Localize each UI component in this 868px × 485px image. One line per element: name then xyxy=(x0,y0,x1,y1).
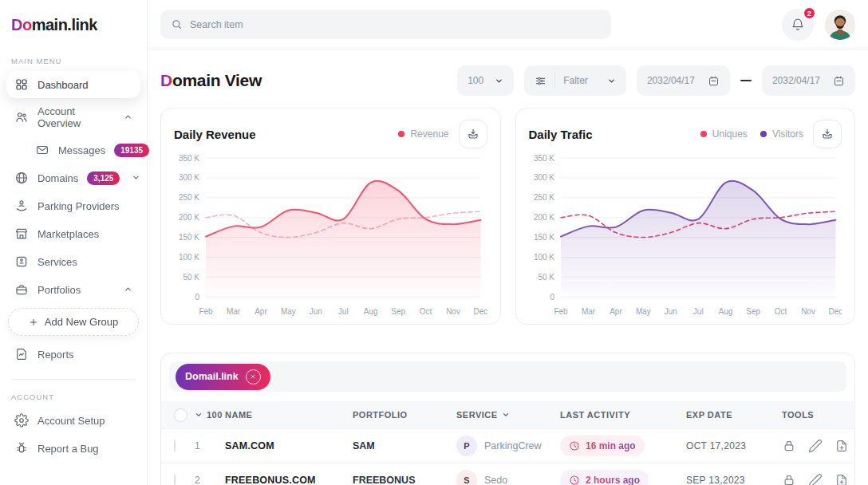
column-label: SERVICE xyxy=(456,410,498,420)
row-number: 1 xyxy=(195,440,225,451)
close-icon[interactable] xyxy=(246,369,261,384)
domain-name-cell: SAM.COM xyxy=(225,440,353,451)
add-new-group-label: Add New Group xyxy=(45,316,119,328)
date-to-value: 2032/04/17 xyxy=(772,75,820,86)
select-all-checkbox[interactable] xyxy=(174,408,187,422)
column-header-tools: TOOLS xyxy=(782,410,854,420)
page-controls: 100 Falter 2032/04/17 2032/04/17 xyxy=(457,65,855,96)
sidebar-item-portfolios[interactable]: Portfolios xyxy=(6,276,140,303)
sidebar-item-dashboard[interactable]: Dashboard xyxy=(6,71,140,98)
sidebar-item-parking-providers[interactable]: Parking Providers xyxy=(6,192,140,219)
sidebar-item-label: Reports xyxy=(37,349,74,361)
svg-text:Jun: Jun xyxy=(310,307,322,316)
sidebar-item-label: Domains xyxy=(37,172,78,184)
table-row[interactable]: 2 FREEBONUS.COM FREEBONUS S Sedo 2 hours… xyxy=(161,463,854,485)
tools-cell xyxy=(782,473,855,485)
domain-name-cell: FREEBONUS.COM xyxy=(225,475,353,485)
svg-text:50 K: 50 K xyxy=(538,273,554,282)
page-size-value: 100 xyxy=(468,75,483,86)
date-from-value: 2032/04/17 xyxy=(647,75,695,86)
sidebar-item-messages[interactable]: Messages 19135 xyxy=(27,136,140,164)
svg-text:100 K: 100 K xyxy=(179,253,199,262)
chevron-down-icon xyxy=(195,411,203,419)
svg-text:May: May xyxy=(635,307,650,316)
last-activity-cell: 16 min ago xyxy=(560,436,686,456)
parking-provider-icon xyxy=(14,199,29,213)
svg-text:350 K: 350 K xyxy=(533,154,554,163)
svg-text:Feb: Feb xyxy=(554,307,568,316)
user-avatar[interactable] xyxy=(825,10,855,40)
file-add-icon[interactable] xyxy=(834,473,849,485)
search-bar[interactable] xyxy=(160,10,611,39)
domains-table-card: Domail.link 100 NAME PORTFOLIO SERVICE L… xyxy=(160,353,855,485)
app-logo[interactable]: Domain.link xyxy=(0,11,147,49)
charts-row: Daily Revenue Revenue 350 K300 K250 K200… xyxy=(148,108,868,325)
svg-text:350 K: 350 K xyxy=(179,154,199,163)
page-header: Domain View 100 Falter 2032/04/17 2032/0… xyxy=(148,49,868,108)
lock-icon[interactable] xyxy=(782,473,796,485)
legend-dot xyxy=(760,131,767,137)
column-header-count[interactable]: 100 xyxy=(195,410,225,420)
services-icon xyxy=(14,254,29,269)
filter-select[interactable]: Falter xyxy=(524,65,626,96)
daily-revenue-card: Daily Revenue Revenue 350 K300 K250 K200… xyxy=(160,108,501,325)
date-from-picker[interactable]: 2032/04/17 xyxy=(637,65,730,96)
column-header-service[interactable]: SERVICE xyxy=(456,410,560,420)
svg-text:Aug: Aug xyxy=(364,307,378,316)
download-icon xyxy=(467,128,479,140)
chevron-up-icon[interactable] xyxy=(124,284,132,296)
search-input[interactable] xyxy=(190,19,601,30)
last-activity-cell: 2 hours ago xyxy=(560,470,686,485)
edit-icon[interactable] xyxy=(808,473,823,485)
sidebar-divider xyxy=(11,379,136,380)
globe-icon xyxy=(14,171,29,185)
notifications-button[interactable]: 2 xyxy=(782,9,814,41)
exp-date-cell: SEP 13,2023 xyxy=(686,475,782,485)
row-checkbox[interactable] xyxy=(174,474,176,485)
logo-rest: main.link xyxy=(32,16,97,34)
lock-icon[interactable] xyxy=(782,439,796,453)
main-content: Domain View 100 Falter 2032/04/17 2032/0… xyxy=(148,0,868,485)
sidebar-item-services[interactable]: Services xyxy=(6,248,140,275)
sidebar-item-domains[interactable]: Domains 3,125 xyxy=(6,164,140,191)
gear-icon xyxy=(14,413,29,428)
date-to-picker[interactable]: 2032/04/17 xyxy=(762,65,855,96)
edit-icon[interactable] xyxy=(808,439,823,453)
bell-icon xyxy=(791,18,805,32)
sidebar-item-account-overview[interactable]: Account Overview xyxy=(6,99,140,136)
legend-item-uniques: Uniques xyxy=(700,128,748,140)
svg-text:Nov: Nov xyxy=(446,307,460,316)
row-checkbox[interactable] xyxy=(174,440,176,452)
svg-text:200 K: 200 K xyxy=(179,213,199,222)
chevron-down-icon[interactable] xyxy=(132,172,140,184)
legend-dot xyxy=(700,131,707,137)
chevron-down-icon xyxy=(607,77,616,85)
chart-legend: Revenue xyxy=(398,128,448,140)
add-new-group-button[interactable]: Add New Group xyxy=(8,308,139,336)
svg-text:Sep: Sep xyxy=(746,307,760,316)
download-chart-button[interactable] xyxy=(813,120,842,148)
svg-text:Dec: Dec xyxy=(828,307,842,316)
exp-date-cell: OCT 17,2023 xyxy=(686,440,782,451)
sidebar-item-report-a-bug[interactable]: Report a Bug xyxy=(6,435,140,462)
sidebar-item-label: Account Setup xyxy=(37,415,105,427)
filter-chip-label: Domail.link xyxy=(185,371,239,382)
portfolio-cell: FREEBONUS xyxy=(353,475,456,485)
download-chart-button[interactable] xyxy=(459,120,487,148)
sidebar-item-marketplaces[interactable]: Marketplaces xyxy=(6,220,140,247)
sidebar: Domain.link MAIN MENU Dashboard Account … xyxy=(0,0,148,485)
filter-chip-domail-link[interactable]: Domail.link xyxy=(176,364,270,390)
legend-label: Visitors xyxy=(772,128,803,140)
sidebar-item-reports[interactable]: Reports xyxy=(6,341,140,368)
column-header-exp-date: EXP DATE xyxy=(686,410,782,420)
file-add-icon[interactable] xyxy=(834,439,849,453)
svg-text:Aug: Aug xyxy=(718,307,732,316)
svg-text:300 K: 300 K xyxy=(179,173,199,182)
sidebar-item-account-setup[interactable]: Account Setup xyxy=(6,407,140,434)
table-row[interactable]: 1 SAM.COM SAM P ParkingCrew 16 min ago O… xyxy=(161,428,854,463)
notification-count-badge: 2 xyxy=(803,6,816,20)
chevron-up-icon[interactable] xyxy=(124,112,132,124)
sidebar-item-label: Messages xyxy=(58,144,105,156)
briefcase-icon xyxy=(14,282,29,297)
page-size-select[interactable]: 100 xyxy=(457,65,514,96)
